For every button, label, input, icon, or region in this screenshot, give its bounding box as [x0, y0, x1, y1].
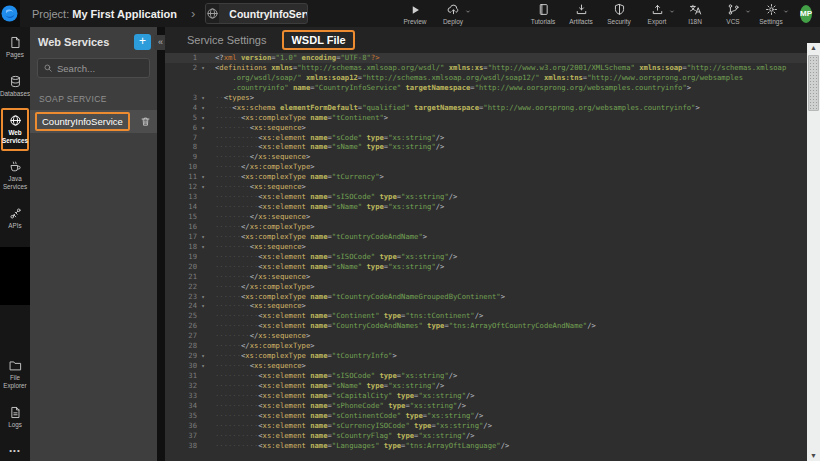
code-line[interactable]: 1<?xml version="1.0" encoding="UTF-8"?>	[165, 53, 820, 63]
fold-gutter	[197, 212, 209, 222]
code-line[interactable]: 21········</xs:sequence>	[165, 272, 820, 282]
deploy-button[interactable]: Deploy	[434, 3, 472, 25]
code-line[interactable]: 16······</xs:complexType>	[165, 222, 820, 232]
code-line[interactable]: 14··········<xs:element name="sName" typ…	[165, 202, 820, 212]
more-options-icon[interactable]: •••	[9, 440, 20, 461]
code-line[interactable]: .org/wsdl/soap/" xmlns:soap12="http://sc…	[165, 73, 820, 83]
fold-toggle-icon[interactable]: ▾	[197, 361, 209, 371]
code-line[interactable]: 37··········<xs:element name="sCountryFl…	[165, 431, 820, 441]
code-line[interactable]: 12▾········<xs:sequence>	[165, 182, 820, 192]
avatar[interactable]: MP	[800, 5, 812, 23]
code-line[interactable]: 11▾······<xs:complexType name="tCurrency…	[165, 172, 820, 182]
code-line[interactable]: 27········</xs:sequence>	[165, 331, 820, 341]
fold-toggle-icon[interactable]: ▾	[197, 63, 209, 73]
add-service-button[interactable]: +	[134, 34, 151, 50]
fold-toggle-icon[interactable]: ▾	[197, 123, 209, 133]
tab-service-settings[interactable]: Service Settings	[187, 34, 266, 46]
globe-icon	[9, 114, 22, 127]
fold-toggle-icon[interactable]: ▾	[197, 301, 209, 311]
fold-toggle-icon[interactable]: ▾	[197, 182, 209, 192]
code-line[interactable]: 34··········<xs:element name="sPhoneCode…	[165, 401, 820, 411]
fold-toggle-icon[interactable]: ▾	[197, 232, 209, 242]
scrollbar-thumb[interactable]	[808, 55, 819, 111]
code-line[interactable]: 31··········<xs:element name="sISOCode" …	[165, 371, 820, 381]
service-tab[interactable]: CountryInfoService	[205, 3, 308, 24]
code-line[interactable]: 23▾······<xs:complexType name="tCountryC…	[165, 292, 820, 302]
tutorials-button[interactable]: Tutorials	[524, 3, 562, 25]
project-name[interactable]: My First Application	[72, 8, 177, 20]
fold-toggle-icon[interactable]: ▾	[197, 103, 209, 113]
code-text: ······<xs:complexType name="tCountryCode…	[209, 292, 820, 302]
export-button[interactable]: Export	[638, 3, 676, 25]
code-line[interactable]: 8··········<xs:element name="sName" type…	[165, 142, 820, 152]
code-line[interactable]: 29▾······<xs:complexType name="tCountryI…	[165, 351, 820, 361]
line-number: 15	[165, 212, 197, 222]
fold-toggle-icon[interactable]: ▾	[197, 242, 209, 252]
fold-toggle-icon[interactable]: ▾	[197, 292, 209, 302]
code-line[interactable]: 7··········<xs:element name="sCode" type…	[165, 133, 820, 143]
fold-toggle-icon[interactable]: ▾	[197, 351, 209, 361]
code-line[interactable]: 25··········<xs:element name="Continent"…	[165, 311, 820, 321]
fold-toggle-icon[interactable]: ▾	[197, 113, 209, 123]
code-text: ········</xs:sequence>	[209, 152, 820, 162]
search-input[interactable]	[57, 63, 144, 74]
code-line[interactable]: 28······</xs:complexType>	[165, 341, 820, 351]
sidebar-item-apis[interactable]: APIs	[1, 201, 29, 237]
code-line[interactable]: 30▾········<xs:sequence>	[165, 361, 820, 371]
code-line[interactable]: 26··········<xs:element name="CountryCod…	[165, 321, 820, 331]
service-item-label[interactable]: CountryInfoService	[35, 112, 130, 131]
sidebar-item-databases[interactable]: Databases	[1, 69, 29, 105]
code-line[interactable]: 9········</xs:sequence>	[165, 152, 820, 162]
caret-down-icon[interactable]	[745, 9, 751, 14]
caret-down-icon[interactable]	[465, 9, 471, 14]
fold-gutter	[197, 272, 209, 282]
fold-toggle-icon[interactable]: ▾	[197, 172, 209, 182]
caret-down-icon[interactable]	[783, 9, 789, 14]
code-line[interactable]: 13··········<xs:element name="sISOCode" …	[165, 192, 820, 202]
code-line[interactable]: 20··········<xs:element name="sName" typ…	[165, 262, 820, 272]
settings-button[interactable]: Settings	[752, 3, 790, 25]
scroll-up-icon[interactable]: ▲	[810, 43, 817, 53]
code-line[interactable]: 6▾········<xs:sequence>	[165, 123, 820, 133]
code-line[interactable]: 4▾····<xs:schema elementFormDefault="qua…	[165, 103, 820, 113]
vcs-button[interactable]: VCS	[714, 3, 752, 25]
code-line[interactable]: 2▾<definitions xmlns="http://schemas.xml…	[165, 63, 820, 73]
code-line[interactable]: 35··········<xs:element name="sContinent…	[165, 411, 820, 421]
app-logo[interactable]	[0, 0, 20, 27]
security-button[interactable]: Security	[600, 3, 638, 25]
code-line[interactable]: 32··········<xs:element name="sName" typ…	[165, 381, 820, 391]
code-line[interactable]: 38··········<xs:element name="Languages"…	[165, 441, 820, 451]
code-line[interactable]: 22······</xs:complexType>	[165, 282, 820, 292]
tab-wsdl-file[interactable]: WSDL File	[282, 30, 354, 50]
wsdl-code-editor[interactable]: 1<?xml version="1.0" encoding="UTF-8"?>2…	[165, 53, 820, 461]
code-line[interactable]: 19··········<xs:element name="sISOCode" …	[165, 252, 820, 262]
code-line[interactable]: 5▾······<xs:complexType name="tContinent…	[165, 113, 820, 123]
sidebar-item-pages[interactable]: Pages	[1, 30, 29, 66]
code-line[interactable]: 15········</xs:sequence>	[165, 212, 820, 222]
code-line[interactable]: 18▾········<xs:sequence>	[165, 242, 820, 252]
sidebar-item-logs[interactable]: Logs	[1, 400, 29, 436]
service-list-item[interactable]: CountryInfoService	[30, 110, 157, 133]
search-box[interactable]	[37, 58, 150, 78]
code-line[interactable]: .countryinfo" name="CountryInfoService" …	[165, 83, 820, 93]
code-line[interactable]: 10······</xs:complexType>	[165, 162, 820, 172]
fold-gutter	[197, 222, 209, 232]
fold-toggle-icon[interactable]: ▾	[197, 93, 209, 103]
sidebar-item-java-services[interactable]: JavaServices	[1, 154, 29, 198]
sidebar-item-web-services[interactable]: WebServices	[1, 108, 29, 152]
code-line[interactable]: 33··········<xs:element name="sCapitalCi…	[165, 391, 820, 401]
scroll-down-icon[interactable]: ▼	[810, 451, 817, 461]
vertical-scrollbar[interactable]: ▲ ▼	[807, 43, 820, 461]
code-text: ··········<xs:element name="Languages" t…	[209, 441, 820, 451]
sidebar-item-file-explorer[interactable]: FileExplorer	[1, 353, 29, 397]
delete-service-icon[interactable]	[140, 116, 151, 127]
i18n-button[interactable]: I18N	[676, 3, 714, 25]
artifacts-button[interactable]: Artifacts	[562, 3, 600, 25]
code-line[interactable]: 3▾··<types>	[165, 93, 820, 103]
caret-down-icon[interactable]	[669, 9, 675, 14]
code-line[interactable]: 24▾········<xs:sequence>	[165, 301, 820, 311]
code-line[interactable]: 36··········<xs:element name="sCurrencyI…	[165, 421, 820, 431]
code-line[interactable]: 17▾······<xs:complexType name="tCountryC…	[165, 232, 820, 242]
code-text: ······<xs:complexType name="tContinent">	[209, 113, 820, 123]
preview-button[interactable]: Preview	[396, 3, 434, 25]
